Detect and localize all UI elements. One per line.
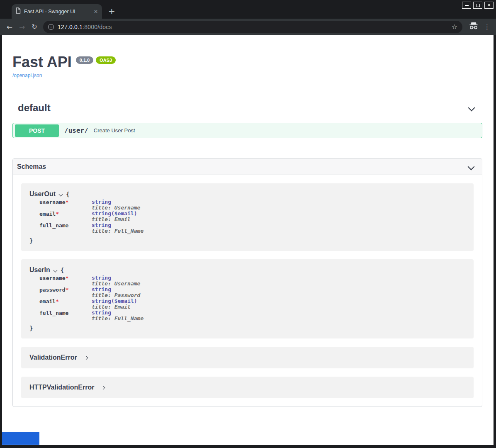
- property-type: string: [92, 287, 140, 292]
- property-title: title: Full_Name: [92, 316, 143, 321]
- tag-name: default: [18, 102, 51, 114]
- forward-icon[interactable]: →: [16, 23, 28, 31]
- minimize-icon: [465, 5, 469, 6]
- model-card-UserOut: UserOut{username*stringtitle: Usernameem…: [21, 183, 474, 251]
- version-badge: 0.1.0: [76, 56, 93, 64]
- property-type: string: [92, 275, 140, 281]
- required-marker: *: [56, 211, 59, 217]
- reload-icon[interactable]: ↻: [28, 23, 41, 31]
- tag-header[interactable]: default: [12, 102, 482, 114]
- property-name: username*: [29, 199, 92, 211]
- close-icon: ✕: [487, 3, 491, 7]
- property-name: username*: [29, 275, 92, 287]
- endpoint-path: /user/: [64, 127, 88, 134]
- model-toggle-UserOut[interactable]: UserOut{: [29, 190, 465, 198]
- property-info: stringtitle: Username: [92, 275, 140, 287]
- property-type: string($email): [92, 298, 137, 304]
- window-controls: ✕: [462, 2, 494, 9]
- tab-close-icon[interactable]: ✕: [94, 9, 98, 15]
- chevron-down-icon[interactable]: [53, 268, 57, 272]
- required-marker: *: [66, 287, 69, 293]
- model-card-HTTPValidationError: HTTPValidationError: [21, 377, 474, 398]
- property-row: username*stringtitle: Username: [29, 275, 465, 287]
- schemas-title: Schemas: [17, 163, 46, 170]
- model-card-ValidationError: ValidationError: [21, 347, 474, 368]
- property-info: string($email)title: Email: [92, 298, 137, 310]
- property-title: title: Username: [92, 281, 140, 287]
- browser-titlebar: Fast API - Swagger UI ✕ + ✕: [0, 0, 496, 19]
- openapi-spec-link[interactable]: /openapi.json: [12, 73, 42, 78]
- model-toggle-UserIn[interactable]: UserIn{: [29, 266, 465, 274]
- required-marker: *: [66, 199, 69, 205]
- schemas-body: UserOut{username*stringtitle: Usernameem…: [13, 175, 482, 407]
- menu-icon[interactable]: ⋮: [484, 23, 490, 31]
- back-icon[interactable]: ←: [3, 23, 16, 31]
- model-card-UserIn: UserIn{username*stringtitle: Usernamepas…: [21, 259, 474, 338]
- property-row: full_namestringtitle: Full_Name: [29, 310, 465, 321]
- chevron-down-icon[interactable]: [59, 192, 63, 196]
- browser-tab[interactable]: Fast API - Swagger UI ✕: [12, 4, 102, 19]
- endpoint-post-user[interactable]: POST /user/ Create User Post: [12, 123, 482, 138]
- toolbar-right: ⋮: [467, 22, 493, 31]
- chevron-down-icon[interactable]: [468, 105, 475, 112]
- badges: 0.1.0 OAS3: [76, 56, 116, 64]
- required-marker: *: [66, 275, 69, 281]
- model-name: UserIn: [29, 266, 50, 274]
- maximize-button[interactable]: [473, 2, 482, 9]
- property-name: password*: [29, 287, 92, 298]
- model-toggle-HTTPValidationError[interactable]: HTTPValidationError: [29, 384, 465, 391]
- property-info: stringtitle: Full_Name: [92, 222, 143, 234]
- property-row: email*string($email)title: Email: [29, 211, 465, 222]
- model-properties: username*stringtitle: Usernameemail*stri…: [29, 199, 465, 234]
- close-button[interactable]: ✕: [484, 2, 494, 9]
- page-document-icon: [16, 7, 21, 15]
- property-row: full_namestringtitle: Full_Name: [29, 222, 465, 234]
- property-title: title: Password: [92, 292, 140, 298]
- method-badge: POST: [15, 124, 59, 137]
- bookmark-star-icon[interactable]: ☆: [452, 23, 457, 31]
- model-name: HTTPValidationError: [29, 384, 94, 391]
- model-name: UserOut: [29, 190, 56, 198]
- property-type: string($email): [92, 211, 137, 217]
- property-info: string($email)title: Email: [92, 211, 137, 222]
- chevron-down-icon[interactable]: [468, 163, 475, 170]
- close-brace: }: [29, 325, 465, 331]
- browser-viewport: Fast API 0.1.0 OAS3 /openapi.json defaul…: [2, 35, 494, 445]
- property-info: stringtitle: Full_Name: [92, 310, 143, 321]
- property-type: string: [92, 222, 143, 228]
- api-info: Fast API 0.1.0 OAS3 /openapi.json: [12, 54, 482, 79]
- property-type: string: [92, 199, 140, 205]
- minimize-button[interactable]: [462, 2, 471, 9]
- tag-section-default: default: [12, 102, 482, 118]
- property-title: title: Email: [92, 304, 137, 310]
- url-host: 127.0.0.1: [58, 24, 83, 30]
- model-name: ValidationError: [29, 354, 77, 361]
- status-bubble: [2, 432, 39, 445]
- open-brace: {: [61, 267, 64, 273]
- property-name: full_name: [29, 310, 92, 321]
- open-brace: {: [66, 191, 69, 197]
- chevron-right-icon[interactable]: [101, 385, 105, 390]
- endpoint-summary: Create User Post: [94, 127, 135, 134]
- url-path: :8000/docs: [83, 24, 112, 30]
- tab-title: Fast API - Swagger UI: [24, 9, 90, 15]
- property-row: username*stringtitle: Username: [29, 199, 465, 211]
- property-info: stringtitle: Username: [92, 199, 140, 211]
- incognito-icon: [469, 22, 478, 31]
- property-row: password*stringtitle: Password: [29, 287, 465, 298]
- property-name: email*: [29, 211, 92, 222]
- chevron-right-icon[interactable]: [84, 355, 88, 360]
- url-text: 127.0.0.1:8000/docs: [58, 24, 112, 30]
- address-bar[interactable]: i 127.0.0.1:8000/docs ☆: [43, 21, 462, 33]
- property-title: title: Full_Name: [92, 228, 143, 234]
- swagger-ui: Fast API 0.1.0 OAS3 /openapi.json defaul…: [2, 35, 494, 407]
- property-type: string: [92, 310, 143, 316]
- site-info-icon[interactable]: i: [48, 24, 54, 30]
- new-tab-button[interactable]: +: [108, 6, 115, 16]
- maximize-icon: [476, 4, 480, 7]
- property-name: email*: [29, 298, 92, 310]
- schemas-section: Schemas UserOut{username*stringtitle: Us…: [12, 158, 482, 407]
- model-toggle-ValidationError[interactable]: ValidationError: [29, 354, 465, 361]
- property-row: email*string($email)title: Email: [29, 298, 465, 310]
- schemas-header[interactable]: Schemas: [13, 159, 482, 175]
